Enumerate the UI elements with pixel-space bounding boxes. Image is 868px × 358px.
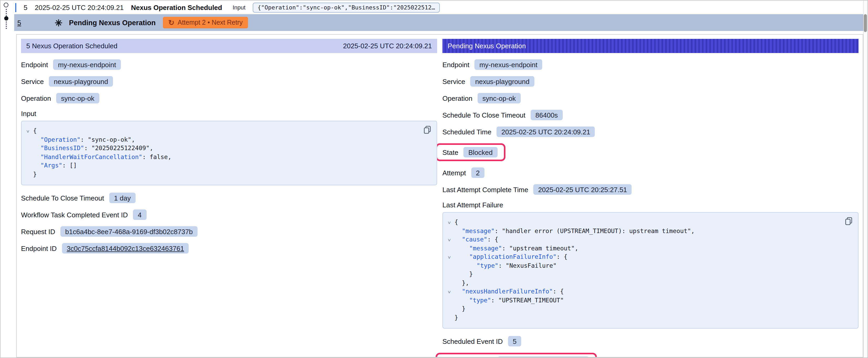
- chevron-gutter: [445, 227, 455, 235]
- json-line: }: [445, 304, 840, 313]
- event-row-scheduled[interactable]: 5 2025-02-25 UTC 20:24:09.21 Nexus Opera…: [14, 1, 867, 14]
- field-operation: Operationsync-op-ok: [442, 93, 859, 103]
- pending-panel-header: Pending Nexus Operation: [442, 39, 859, 53]
- json-line: {: [24, 127, 419, 135]
- input-json-content: {"Operation": "sync-op-ok","BusinessID":…: [24, 127, 419, 178]
- field-value: 2025-02-25 UTC 20:24:09.21: [497, 127, 595, 137]
- pending-fields-bottom: Scheduled Event ID5Blocked ReasonThe cir…: [442, 336, 859, 357]
- copy-icon[interactable]: [845, 217, 853, 226]
- scheduled-panel-timestamp: 2025-02-25 UTC 20:24:09.21: [343, 42, 432, 50]
- chevron-gutter: [445, 244, 455, 253]
- field-value: 2025-02-25 UTC 20:25:27.51: [533, 184, 632, 195]
- json-line: "cause": {: [445, 235, 840, 244]
- scrollbar-thumb[interactable]: [864, 14, 867, 32]
- json-line: "type": "NexusFailure": [445, 261, 840, 270]
- field-value: 86400s: [531, 110, 562, 120]
- scheduled-panel-title: 5 Nexus Operation Scheduled: [26, 42, 118, 50]
- field-attempt: Attempt2: [442, 167, 859, 178]
- field-value-link[interactable]: 3c0c75ccfa8144b092c13ce632463761: [62, 243, 189, 254]
- json-line: }: [445, 313, 840, 322]
- json-line: {: [445, 218, 840, 227]
- field-label: Endpoint ID: [21, 245, 57, 252]
- field-value: sync-op-ok: [56, 93, 99, 103]
- chevron-gutter: [24, 135, 33, 144]
- input-preview-chip: {"Operation":"sync-op-ok","BusinessID":"…: [253, 2, 440, 12]
- field-label: Attempt: [442, 169, 466, 176]
- pending-operation-panel: Pending Nexus Operation Endpointmy-nexus…: [442, 39, 859, 353]
- scheduled-fields-bottom: Schedule To Close Timeout1 dayWorkflow T…: [21, 193, 437, 254]
- field-state: StateBlocked: [436, 143, 505, 161]
- field-scheduled-event-id: Scheduled Event ID5: [442, 336, 859, 347]
- field-last-attempt-complete-time: Last Attempt Complete Time2025-02-25 UTC…: [442, 184, 859, 195]
- field-value: Blocked: [464, 147, 498, 158]
- field-label: Request ID: [21, 228, 55, 235]
- event-detail-panel: 5 Nexus Operation Scheduled 2025-02-25 U…: [16, 34, 863, 357]
- json-key: "type": [476, 262, 498, 269]
- field-value: The circuit breaker is open.: [497, 356, 589, 357]
- collapse-chevron-icon[interactable]: [24, 127, 33, 135]
- field-label: Service: [442, 77, 465, 85]
- field-value: 4: [133, 209, 146, 220]
- field-value: nexus-playground: [470, 76, 534, 87]
- json-line: }: [445, 270, 840, 279]
- json-key: "applicationFailureInfo": [469, 253, 556, 260]
- field-scheduled-time: Scheduled Time2025-02-25 UTC 20:24:09.21: [442, 127, 859, 137]
- chevron-gutter: [445, 313, 455, 322]
- pending-operation-row[interactable]: 5 Pending Nexus Operation ↻ Attempt 2 • …: [14, 14, 864, 31]
- field-value: nexus-playground: [49, 76, 113, 87]
- field-workflow-task-completed-event-id: Workflow Task Completed Event ID4: [21, 209, 437, 220]
- pending-asterisk-icon: [55, 19, 63, 27]
- copy-icon[interactable]: [424, 126, 431, 134]
- scheduled-fields-top: Endpointmy-nexus-endpointServicenexus-pl…: [21, 59, 437, 103]
- timeline-dot-icon: [4, 16, 8, 21]
- failure-json-viewer: {"message": "handler error (UPSTREAM_TIM…: [442, 212, 859, 329]
- json-key: "type": [469, 296, 491, 304]
- pending-fields-top: Endpointmy-nexus-endpointServicenexus-pl…: [442, 59, 859, 195]
- json-line: "HandlerWaitForCancellation": false,: [24, 153, 419, 161]
- pending-title: Pending Nexus Operation: [69, 19, 156, 27]
- json-key: "message": [462, 227, 495, 234]
- failure-json-content: {"message": "handler error (UPSTREAM_TIM…: [445, 218, 840, 322]
- json-key: "message": [469, 245, 502, 252]
- field-value: 5: [508, 336, 521, 347]
- json-key: "cause": [462, 236, 487, 243]
- input-json-viewer: {"Operation": "sync-op-ok","BusinessID":…: [21, 121, 437, 185]
- field-label: Operation: [442, 94, 472, 102]
- collapse-chevron-icon[interactable]: [445, 235, 455, 244]
- field-label: Operation: [21, 94, 51, 102]
- json-line: "Args": []: [24, 161, 419, 170]
- input-section-label: Input: [21, 110, 437, 118]
- collapse-chevron-icon[interactable]: [445, 218, 455, 227]
- collapse-chevron-icon[interactable]: [445, 287, 455, 296]
- json-line: "nexusHandlerFailureInfo": {: [445, 287, 840, 296]
- chevron-gutter: [445, 279, 455, 287]
- scheduled-panel-header: 5 Nexus Operation Scheduled 2025-02-25 U…: [21, 39, 437, 53]
- event-title: Nexus Operation Scheduled: [131, 3, 222, 11]
- field-label: Schedule To Close Timeout: [21, 194, 104, 202]
- field-label: Scheduled Time: [442, 128, 491, 136]
- field-schedule-to-close-timeout: Schedule To Close Timeout1 day: [21, 193, 437, 203]
- chevron-gutter: [24, 161, 33, 170]
- field-value: 1 day: [109, 193, 135, 203]
- event-timestamp: 2025-02-25 UTC 20:24:09.21: [35, 3, 123, 11]
- field-label: Schedule To Close Timeout: [442, 111, 525, 119]
- field-label: Endpoint: [21, 61, 48, 68]
- event-id-link[interactable]: 5: [17, 19, 21, 27]
- field-endpoint-id: Endpoint ID3c0c75ccfa8144b092c13ce632463…: [21, 243, 437, 254]
- chevron-gutter: [24, 153, 33, 161]
- timeline-start-icon: [4, 3, 8, 7]
- collapse-chevron-icon[interactable]: [445, 253, 455, 261]
- field-service: Servicenexus-playground: [442, 76, 859, 87]
- scrollbar[interactable]: [863, 1, 867, 357]
- field-value: 2: [471, 167, 485, 178]
- field-request-id: Request IDb1c6a4bc-8ee7-468a-9169-df3b02…: [21, 226, 437, 237]
- chevron-gutter: [24, 170, 33, 178]
- json-key: "Operation": [40, 136, 81, 143]
- chevron-gutter: [445, 270, 455, 279]
- json-key: "nexusHandlerFailureInfo": [462, 288, 553, 295]
- temporal-event-history-view: 5 2025-02-25 UTC 20:24:09.21 Nexus Opera…: [0, 0, 868, 358]
- field-value: b1c6a4bc-8ee7-468a-9169-df3b02c8737b: [60, 226, 197, 237]
- timeline-gutter: [1, 1, 14, 357]
- field-label: Last Attempt Complete Time: [442, 186, 528, 193]
- json-line: "Operation": "sync-op-ok",: [24, 135, 419, 144]
